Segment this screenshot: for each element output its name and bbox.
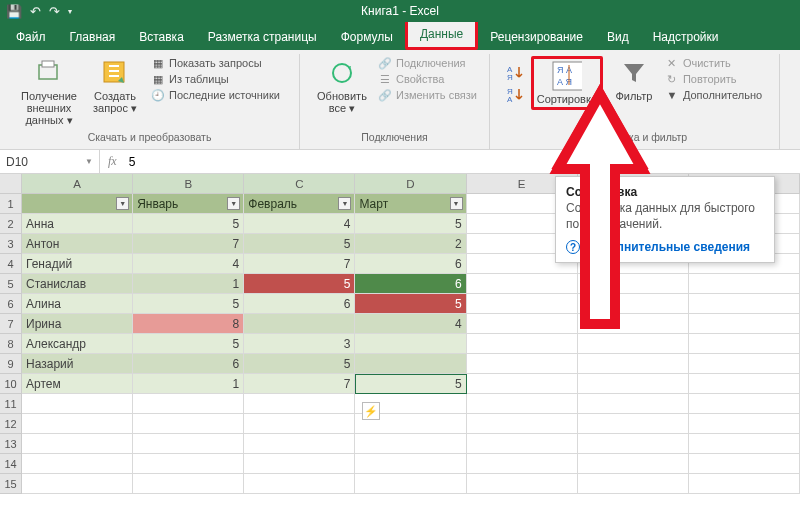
cell[interactable]: 5: [244, 234, 355, 254]
filter-dropdown-icon[interactable]: ▼: [116, 197, 129, 210]
cell[interactable]: [22, 394, 133, 414]
cell[interactable]: [22, 414, 133, 434]
cell[interactable]: [578, 274, 689, 294]
cell[interactable]: Генадий: [22, 254, 133, 274]
qat-more-icon[interactable]: ▾: [68, 7, 72, 16]
row-header[interactable]: 12: [0, 414, 22, 434]
cell[interactable]: 2: [355, 234, 466, 254]
cell[interactable]: [578, 394, 689, 414]
tab-insert[interactable]: Вставка: [127, 25, 196, 50]
row-header[interactable]: 1: [0, 194, 22, 214]
cell[interactable]: [689, 354, 800, 374]
row-header[interactable]: 7: [0, 314, 22, 334]
cell[interactable]: [689, 474, 800, 494]
row-header[interactable]: 8: [0, 334, 22, 354]
row-header[interactable]: 11: [0, 394, 22, 414]
row-header[interactable]: 13: [0, 434, 22, 454]
cell[interactable]: [467, 414, 578, 434]
fx-icon[interactable]: fx: [100, 154, 125, 169]
cell[interactable]: Станислав: [22, 274, 133, 294]
sort-button[interactable]: Я АА Я Сортировка: [531, 56, 603, 110]
show-queries-button[interactable]: ▦Показать запросы: [151, 56, 280, 70]
table-header[interactable]: ▼: [22, 194, 133, 214]
sort-asc-button[interactable]: АЯ: [507, 64, 525, 85]
cell[interactable]: [578, 314, 689, 334]
cell[interactable]: [467, 394, 578, 414]
cell[interactable]: [578, 474, 689, 494]
tab-home[interactable]: Главная: [58, 25, 128, 50]
row-header[interactable]: 14: [0, 454, 22, 474]
tab-file[interactable]: Файл: [4, 25, 58, 50]
cell[interactable]: [467, 434, 578, 454]
cell[interactable]: [689, 394, 800, 414]
row-header[interactable]: 5: [0, 274, 22, 294]
cell[interactable]: [578, 354, 689, 374]
cell[interactable]: 5: [355, 294, 466, 314]
smart-tag-icon[interactable]: ⚡: [362, 402, 380, 420]
col-header[interactable]: D: [355, 174, 466, 194]
cell[interactable]: Артем: [22, 374, 133, 394]
cell[interactable]: [133, 394, 244, 414]
redo-icon[interactable]: ↷: [49, 4, 60, 19]
col-header[interactable]: B: [133, 174, 244, 194]
cell[interactable]: 1: [133, 274, 244, 294]
cell[interactable]: [689, 434, 800, 454]
row-header[interactable]: 9: [0, 354, 22, 374]
advanced-filter-button[interactable]: ▼Дополнительно: [665, 88, 762, 102]
row-header[interactable]: 6: [0, 294, 22, 314]
sort-desc-button[interactable]: ЯА: [507, 86, 525, 107]
cell[interactable]: [578, 374, 689, 394]
cell[interactable]: 7: [244, 374, 355, 394]
filter-button[interactable]: Фильтр: [609, 56, 659, 102]
cell[interactable]: [355, 354, 466, 374]
new-query-button[interactable]: Создать запрос ▾: [85, 56, 145, 115]
table-header[interactable]: Февраль▼: [244, 194, 355, 214]
tab-formulas[interactable]: Формулы: [329, 25, 405, 50]
cell[interactable]: [467, 354, 578, 374]
row-header[interactable]: 10: [0, 374, 22, 394]
tab-pagelayout[interactable]: Разметка страницы: [196, 25, 329, 50]
cell[interactable]: 8: [133, 314, 244, 334]
cell[interactable]: 6: [244, 294, 355, 314]
refresh-all-button[interactable]: Обновить все ▾: [312, 56, 372, 115]
cell[interactable]: [22, 454, 133, 474]
connections-button[interactable]: 🔗Подключения: [378, 56, 477, 70]
cell[interactable]: [244, 314, 355, 334]
table-header[interactable]: Январь▼: [133, 194, 244, 214]
cell[interactable]: 1: [133, 374, 244, 394]
tab-data[interactable]: Данные: [405, 19, 478, 50]
table-header[interactable]: Март▼: [355, 194, 466, 214]
cell[interactable]: [467, 274, 578, 294]
cell[interactable]: [578, 414, 689, 434]
cell[interactable]: [133, 474, 244, 494]
cell[interactable]: [244, 394, 355, 414]
cell[interactable]: [467, 314, 578, 334]
cell[interactable]: 5: [133, 294, 244, 314]
cell[interactable]: [689, 334, 800, 354]
name-box[interactable]: D10▼: [0, 150, 100, 173]
cell[interactable]: [355, 454, 466, 474]
cell[interactable]: 7: [133, 234, 244, 254]
cell[interactable]: 5: [355, 214, 466, 234]
edit-links-button[interactable]: 🔗Изменить связи: [378, 88, 477, 102]
cell[interactable]: [689, 274, 800, 294]
cell[interactable]: [578, 294, 689, 314]
cell[interactable]: 5: [244, 274, 355, 294]
from-table-button[interactable]: ▦Из таблицы: [151, 72, 280, 86]
cell[interactable]: 5: [133, 334, 244, 354]
cell[interactable]: [467, 474, 578, 494]
cell[interactable]: Назарий: [22, 354, 133, 374]
cell[interactable]: 7: [244, 254, 355, 274]
cell[interactable]: 5: [244, 354, 355, 374]
cell[interactable]: Алина: [22, 294, 133, 314]
cell[interactable]: [467, 374, 578, 394]
cell[interactable]: [689, 454, 800, 474]
cell[interactable]: [689, 414, 800, 434]
cell[interactable]: [689, 374, 800, 394]
get-external-data-button[interactable]: Получение внешних данных ▾: [19, 56, 79, 127]
cell[interactable]: [578, 454, 689, 474]
cell[interactable]: 5: [355, 374, 466, 394]
formula-input[interactable]: [125, 155, 800, 169]
cell[interactable]: 4: [244, 214, 355, 234]
reapply-filter-button[interactable]: ↻Повторить: [665, 72, 762, 86]
